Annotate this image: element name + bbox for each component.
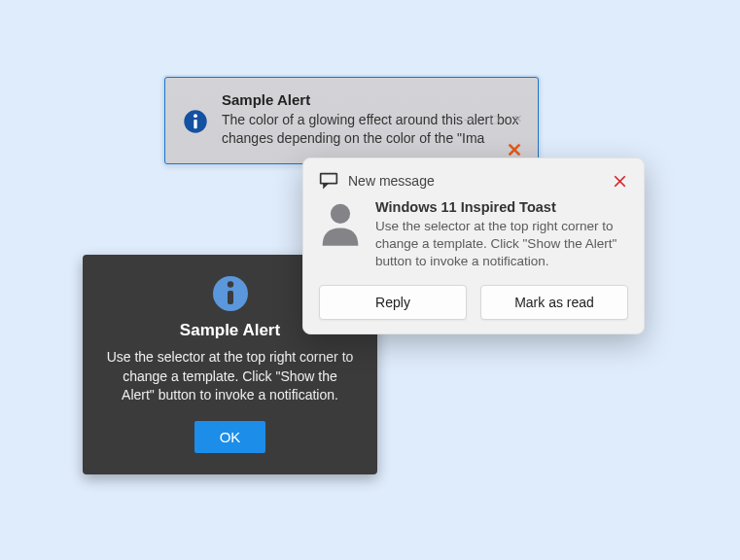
person-icon — [319, 201, 362, 271]
svg-point-2 — [194, 114, 197, 118]
toast-body: Use the selector at the top right corner… — [375, 218, 628, 271]
toast-actions: Reply Mark as read — [319, 285, 628, 320]
alert-body: Use the selector at the top right corner… — [106, 348, 354, 405]
svg-rect-1 — [194, 120, 196, 128]
svg-rect-6 — [228, 291, 233, 304]
toast-title: Windows 11 Inspired Toast — [375, 199, 628, 215]
info-icon — [183, 109, 208, 134]
info-icon — [211, 274, 250, 313]
toast-text: Windows 11 Inspired Toast Use the select… — [375, 199, 628, 271]
sample-alert-light: Sample Alert The color of a glowing effe… — [164, 77, 539, 164]
toast-header-title: New message — [348, 173, 435, 189]
toast-body-row: Windows 11 Inspired Toast Use the select… — [319, 199, 628, 271]
svg-marker-9 — [323, 184, 329, 190]
window-controls-faded: — ▢ ✕ — [464, 113, 528, 125]
svg-point-7 — [227, 281, 232, 287]
ok-button[interactable]: OK — [194, 421, 266, 453]
close-button[interactable] — [611, 172, 628, 190]
mark-as-read-button[interactable]: Mark as read — [480, 285, 628, 320]
svg-point-13 — [331, 204, 350, 224]
alert-title: Sample Alert — [222, 91, 520, 108]
windows11-toast: New message Windows 11 Inspired Toast Us… — [302, 158, 645, 334]
svg-rect-10 — [321, 175, 335, 183]
toast-header: New message — [319, 172, 628, 190]
reply-button[interactable]: Reply — [319, 285, 467, 320]
chat-icon — [319, 172, 338, 190]
